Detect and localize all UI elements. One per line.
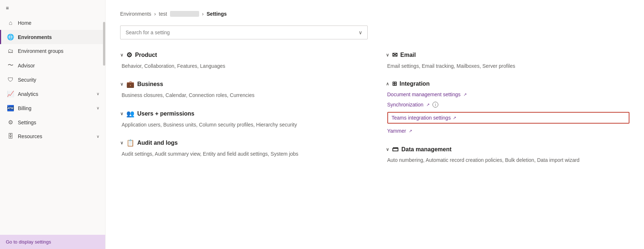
external-link-icon: ↗ <box>409 129 412 133</box>
section-users-permissions: ∨ 👥 Users + permissions Application user… <box>120 110 364 129</box>
collapse-icon[interactable]: ∨ <box>386 147 389 152</box>
breadcrumb-sep1: › <box>154 11 156 17</box>
breadcrumb: Environments › test › Settings <box>120 11 629 17</box>
email-icon: ✉ <box>392 51 398 59</box>
resources-icon: 🗄 <box>7 133 14 140</box>
data-mgmt-links: Auto numbering, Automatic record creatio… <box>386 156 630 164</box>
breadcrumb-test-blurred <box>170 11 199 17</box>
collapse-icon[interactable]: ∧ <box>386 81 389 86</box>
sidebar-item-label: Billing <box>18 105 31 111</box>
section-title: Email <box>400 52 416 58</box>
right-column: ∨ ✉ Email Email settings, Email tracking… <box>386 51 630 175</box>
sidebar-item-label: Analytics <box>18 91 38 97</box>
settings-grid: ∨ ⚙ Product Behavior, Collaboration, Fea… <box>120 51 629 175</box>
section-title: Data management <box>402 146 452 153</box>
sidebar-item-environment-groups[interactable]: 🗂 Environment groups <box>0 44 105 58</box>
product-icon: ⚙ <box>126 51 132 59</box>
business-links: Business closures, Calendar, Connection … <box>120 91 364 99</box>
security-icon: 🛡 <box>7 77 14 83</box>
users-links-text: Application users, Business units, Colum… <box>122 122 297 128</box>
section-title: Product <box>135 52 157 58</box>
breadcrumb-current: Settings <box>207 11 227 17</box>
external-link-icon: ↗ <box>426 102 430 107</box>
sync-row: Synchronization ↗ i <box>387 102 630 108</box>
section-title: Users + permissions <box>137 110 194 117</box>
sidebar-item-label: Security <box>18 77 36 83</box>
sidebar-item-label: Environments <box>18 34 52 40</box>
sidebar-bottom-item[interactable]: Go to display settings <box>0 235 105 249</box>
sidebar-item-home[interactable]: ⌂ Home <box>0 16 105 30</box>
product-links: Behavior, Collaboration, Features, Langu… <box>120 62 364 70</box>
email-links-text: Email settings, Email tracking, Mailboxe… <box>387 63 515 69</box>
sidebar-item-label: Home <box>18 20 31 26</box>
collapse-icon[interactable]: ∨ <box>120 140 123 145</box>
sidebar-item-advisor[interactable]: 〜 Advisor <box>0 58 105 73</box>
collapse-icon[interactable]: ∨ <box>120 52 123 58</box>
environment-groups-icon: 🗂 <box>7 48 14 54</box>
sidebar-item-label: Environment groups <box>18 48 63 54</box>
users-icon: 👥 <box>126 110 134 118</box>
left-column: ∨ ⚙ Product Behavior, Collaboration, Fea… <box>120 51 364 175</box>
section-product: ∨ ⚙ Product Behavior, Collaboration, Fea… <box>120 51 364 70</box>
home-icon: ⌂ <box>7 20 14 26</box>
sidebar-item-analytics[interactable]: 📈 Analytics ∨ <box>0 87 105 101</box>
sidebar-bottom-label: Go to display settings <box>6 239 51 245</box>
integration-icon: ⊞ <box>392 80 397 87</box>
chevron-down-icon: ∨ <box>96 106 99 110</box>
sidebar-item-resources[interactable]: 🗄 Resources ∨ <box>0 129 105 143</box>
sidebar-item-label: Advisor <box>18 63 35 69</box>
data-mgmt-links-text: Auto numbering, Automatic record creatio… <box>387 157 580 163</box>
business-icon: 💼 <box>126 80 134 88</box>
sidebar-item-security[interactable]: 🛡 Security <box>0 73 105 87</box>
audit-links-text: Audit settings, Audit summary view, Enti… <box>122 151 299 157</box>
chevron-down-icon: ∨ <box>96 134 99 139</box>
chevron-down-icon: ∨ <box>359 30 362 35</box>
product-links-text: Behavior, Collaboration, Features, Langu… <box>122 63 225 69</box>
section-email: ∨ ✉ Email Email settings, Email tracking… <box>386 51 630 70</box>
section-data-management: ∨ 🗃 Data management Auto numbering, Auto… <box>386 145 630 164</box>
external-link-icon: ↗ <box>463 92 467 97</box>
business-links-text: Business closures, Calendar, Connection … <box>122 92 254 98</box>
search-bar[interactable]: ∨ <box>120 26 368 39</box>
billing-icon: 🏧 <box>7 105 14 112</box>
section-business: ∨ 💼 Business Business closures, Calendar… <box>120 80 364 99</box>
doc-mgmt-row: Document management settings ↗ <box>387 92 630 97</box>
collapse-icon[interactable]: ∨ <box>120 111 123 116</box>
section-title: Business <box>137 81 163 87</box>
sync-link[interactable]: Synchronization <box>387 102 424 108</box>
teams-link-box[interactable]: Teams integration settings ↗ <box>387 112 630 124</box>
data-mgmt-icon: 🗃 <box>392 145 399 153</box>
hamburger-icon: ≡ <box>6 5 9 11</box>
sidebar: ≡ ⌂ Home 🌐 Environments 🗂 Environment gr… <box>0 0 106 249</box>
hamburger-menu[interactable]: ≡ <box>0 0 105 16</box>
scrollbar-thumb[interactable] <box>103 22 105 66</box>
section-audit-logs: ∨ 📋 Audit and logs Audit settings, Audit… <box>120 139 364 158</box>
doc-mgmt-link[interactable]: Document management settings <box>387 92 461 97</box>
search-input[interactable] <box>126 30 359 35</box>
sidebar-item-label: Settings <box>18 120 36 125</box>
section-title: Audit and logs <box>137 140 178 146</box>
sidebar-item-label: Resources <box>18 133 42 139</box>
analytics-icon: 📈 <box>7 90 14 97</box>
sidebar-item-environments[interactable]: 🌐 Environments <box>0 30 105 44</box>
users-links: Application users, Business units, Colum… <box>120 121 364 129</box>
yammer-row: Yammer ↗ <box>387 128 630 134</box>
sidebar-item-settings[interactable]: ⚙ Settings <box>0 115 105 129</box>
teams-link[interactable]: Teams integration settings <box>392 115 451 121</box>
audit-icon: 📋 <box>126 139 134 147</box>
integration-links: Document management settings ↗ Synchroni… <box>386 90 630 135</box>
breadcrumb-test[interactable]: test <box>159 11 167 17</box>
breadcrumb-environments[interactable]: Environments <box>120 11 151 17</box>
collapse-icon[interactable]: ∨ <box>386 52 389 58</box>
settings-icon: ⚙ <box>7 119 14 126</box>
email-links: Email settings, Email tracking, Mailboxe… <box>386 62 630 70</box>
sidebar-item-billing[interactable]: 🏧 Billing ∨ <box>0 101 105 115</box>
sidebar-scrollbar[interactable] <box>103 0 105 249</box>
yammer-link[interactable]: Yammer <box>387 128 406 134</box>
audit-links: Audit settings, Audit summary view, Enti… <box>120 150 364 158</box>
chevron-down-icon: ∨ <box>96 92 99 96</box>
collapse-icon[interactable]: ∨ <box>120 82 123 87</box>
section-title: Integration <box>400 81 430 87</box>
main-content: Environments › test › Settings ∨ ∨ ⚙ Pro… <box>106 0 644 249</box>
external-link-icon: ↗ <box>453 116 456 120</box>
